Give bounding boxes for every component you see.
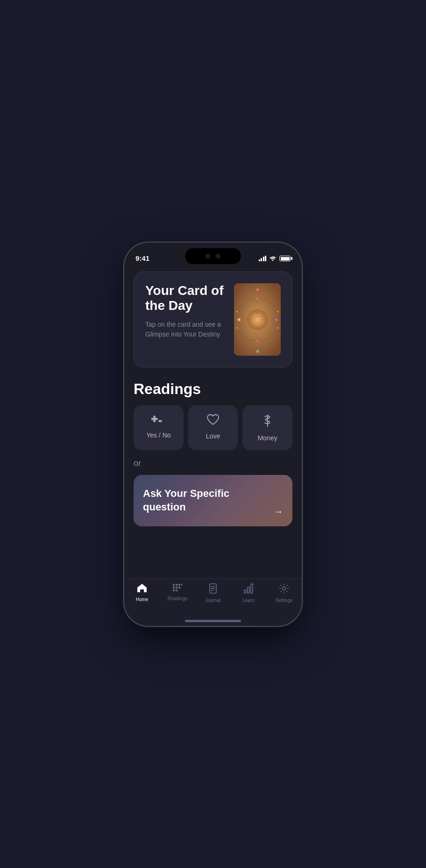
svg-rect-27 (178, 584, 180, 586)
banner-content: Ask Your Specific question (134, 475, 292, 526)
svg-rect-38 (244, 590, 246, 593)
tab-learn[interactable]: Learn (231, 583, 266, 603)
svg-rect-25 (173, 584, 175, 586)
svg-text:+: + (151, 414, 157, 424)
learn-icon (244, 583, 253, 596)
tab-journal[interactable]: Journal (195, 583, 231, 603)
readings-title: Readings (134, 380, 292, 398)
yes-no-label: Yes / No (146, 431, 170, 439)
love-icon (206, 414, 220, 428)
main-content[interactable]: Your Card of the Day Tap on the card and… (124, 266, 302, 578)
tab-readings[interactable]: Readings (160, 583, 195, 601)
home-icon (137, 583, 147, 595)
svg-rect-31 (178, 587, 180, 588)
svg-rect-40 (251, 584, 253, 593)
love-button[interactable]: Love (188, 405, 238, 450)
svg-point-16 (236, 310, 238, 312)
readings-section: Readings + - Yes / No (134, 380, 292, 526)
svg-text:♎: ♎ (256, 350, 260, 353)
tab-journal-label: Journal (206, 598, 221, 603)
tab-home-label: Home (136, 597, 149, 602)
svg-rect-28 (181, 584, 182, 586)
island-sensor (216, 254, 220, 258)
island-camera (206, 254, 210, 258)
money-icon (261, 414, 274, 430)
svg-rect-29 (173, 587, 175, 588)
card-of-day-banner[interactable]: Your Card of the Day Tap on the card and… (134, 272, 292, 367)
svg-rect-26 (176, 584, 178, 586)
tab-readings-label: Readings (168, 596, 187, 601)
ask-specific-banner[interactable]: Ask Your Specific question → (134, 475, 292, 526)
card-of-day-title: Your Card of the Day (145, 283, 227, 313)
card-of-day-subtitle: Tap on the card and see a Glimpse into Y… (145, 320, 227, 339)
svg-text:-: - (158, 416, 163, 425)
phone-frame: 9:41 (124, 243, 302, 626)
svg-rect-30 (176, 587, 178, 588)
svg-point-13 (277, 327, 279, 329)
tab-settings-label: Settings (276, 598, 292, 603)
svg-rect-32 (173, 589, 175, 591)
battery-icon (279, 256, 291, 261)
svg-point-15 (236, 327, 238, 329)
svg-point-14 (256, 340, 258, 342)
journal-icon (209, 583, 217, 596)
tab-learn-label: Learn (242, 598, 255, 603)
or-text: or (134, 459, 292, 468)
dynamic-island (185, 248, 241, 264)
yes-no-button[interactable]: + - Yes / No (134, 405, 184, 450)
svg-point-11 (256, 298, 258, 300)
settings-icon (279, 583, 289, 596)
tab-home[interactable]: Home (124, 583, 160, 602)
ask-banner-title: Ask Your Specific question (143, 487, 234, 514)
money-button[interactable]: Money (242, 405, 292, 450)
signal-icon (259, 256, 267, 261)
tarot-card-image[interactable]: ♈ ♎ ♋ ♑ (234, 283, 281, 356)
money-label: Money (258, 434, 277, 442)
home-bar (185, 620, 241, 622)
card-of-day-text: Your Card of the Day Tap on the card and… (145, 283, 227, 339)
wifi-icon (269, 255, 277, 262)
tab-settings[interactable]: Settings (266, 583, 302, 603)
svg-rect-33 (176, 589, 178, 591)
svg-rect-39 (248, 587, 249, 593)
phone-screen: 9:41 (124, 243, 302, 626)
home-indicator (124, 617, 302, 626)
svg-text:♑: ♑ (275, 318, 278, 322)
tab-bar: Home Readings (124, 578, 302, 617)
love-label: Love (206, 432, 220, 440)
yes-no-icon: + - (151, 414, 165, 427)
status-bar: 9:41 (124, 243, 302, 266)
svg-point-12 (277, 310, 279, 312)
svg-text:♈: ♈ (256, 288, 260, 292)
svg-text:♋: ♋ (237, 318, 241, 322)
readings-icon (172, 583, 183, 594)
svg-point-41 (283, 587, 286, 590)
status-icons (259, 255, 291, 262)
reading-buttons-grid: + - Yes / No Love (134, 405, 292, 450)
